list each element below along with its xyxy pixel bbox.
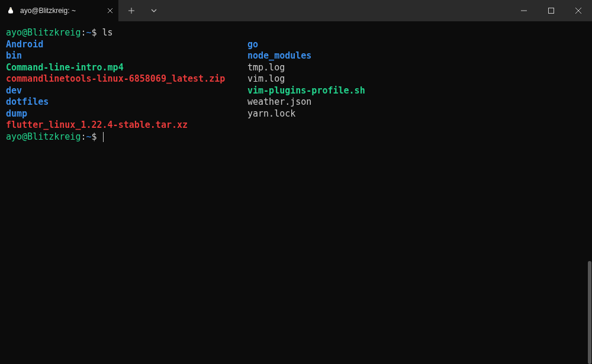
ls-entry: tmp.log [247,62,586,74]
titlebar: ayo@Blitzkreig: ~ [0,0,592,21]
titlebar-actions [121,0,165,21]
ls-output: AndroidbinCommand-line-intro.mp4commandl… [6,39,586,131]
ls-entry: Android [6,39,247,51]
close-button[interactable] [565,0,592,21]
ls-entry: flutter_linux_1.22.4-stable.tar.xz [6,120,247,131]
svg-rect-2 [549,8,554,14]
prompt-line-current: ayo@Blitzkreig:~$ [6,131,586,143]
ls-entry: dump [6,108,247,120]
ls-entry: Command-line-intro.mp4 [6,62,247,74]
ls-entry: yarn.lock [247,108,586,120]
ls-entry: dotfiles [6,96,247,108]
new-tab-button[interactable] [121,0,142,21]
tab-title: ayo@Blitzkreig: ~ [20,7,101,15]
terminal-output[interactable]: ayo@Blitzkreig:~$ ls AndroidbinCommand-l… [0,21,592,364]
ls-column-1: AndroidbinCommand-line-intro.mp4commandl… [6,39,247,131]
prompt-line: ayo@Blitzkreig:~$ ls [6,27,586,39]
ls-entry: weather.json [247,96,586,108]
command-text: ls [102,27,113,38]
minimize-button[interactable] [510,0,538,21]
terminal-tab[interactable]: ayo@Blitzkreig: ~ [0,0,118,21]
ls-entry: node_modules [247,50,586,62]
prompt-path: ~ [86,27,91,38]
prompt-symbol: $ [92,27,97,38]
ls-column-2: gonode_modulestmp.logvim.logvim-plugins-… [247,39,586,131]
ls-entry: vim-plugins-profile.sh [247,85,586,97]
ls-entry: go [247,39,586,51]
svg-point-0 [10,8,11,9]
tab-close-button[interactable] [105,6,115,15]
ls-entry: commandlinetools-linux-6858069_latest.zi… [6,73,247,85]
ls-entry: bin [6,50,247,62]
maximize-button[interactable] [538,0,565,21]
prompt-user-host: ayo@Blitzkreig [6,131,81,142]
scrollbar-thumb[interactable] [588,261,591,364]
svg-point-1 [11,8,11,9]
window-controls [510,0,592,21]
prompt-user-host: ayo@Blitzkreig [6,27,81,38]
prompt-symbol: $ [92,131,97,142]
ls-entry: vim.log [247,73,586,85]
scrollbar[interactable] [587,21,592,364]
tux-icon [6,6,15,15]
ls-entry: dev [6,85,247,97]
dropdown-button[interactable] [143,0,165,21]
cursor [103,132,104,142]
prompt-path: ~ [86,131,91,142]
